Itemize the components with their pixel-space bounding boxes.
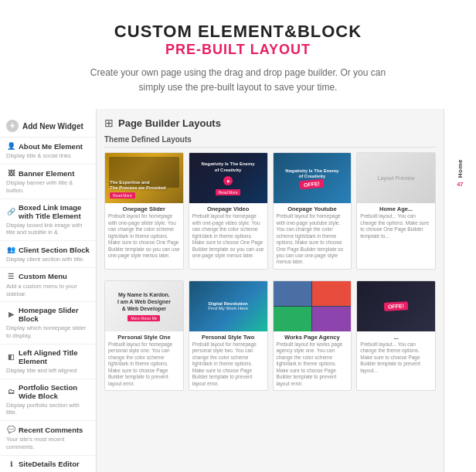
agency-thumb: Layout Preview: [357, 153, 435, 203]
personal-one-thumb: My Name Is Kardon. I am A Web Designer &…: [105, 281, 183, 331]
row2-fourth-label: ...: [357, 331, 435, 341]
personal-two-label: Personal Style Two: [189, 331, 267, 341]
personal-one-text1: My Name Is Kardon.: [118, 291, 170, 298]
slider-thumb: The Expertise and The Process we Provide…: [105, 153, 183, 203]
page-description: Create your own page using the drag and …: [83, 66, 393, 95]
works-thumb: OFFE!: [357, 281, 435, 331]
portfolio-cell-3: [274, 307, 312, 331]
sidebar-item-boxed-link[interactable]: 🔗 Boxed Link Image with Title Element Di…: [0, 199, 96, 242]
portfolio-cell-1: [274, 281, 312, 306]
layout-card-personal-two[interactable]: Digital Revolution Find My Work Here Per…: [189, 280, 268, 391]
page-builder-title: Page Builder Layouts: [118, 117, 221, 129]
layout-card-personal-one[interactable]: My Name Is Kardon. I am A Web Designer &…: [104, 280, 184, 391]
home-badge-text: Home: [457, 159, 464, 178]
personal-one-text3: & Web Developer: [122, 305, 166, 312]
content-area: ⊞ Page Builder Layouts Theme Defined Lay…: [97, 109, 444, 472]
page-subtitle: PRE-BUILT LAYOUT: [31, 42, 445, 58]
youtube-label: Onepage Youtube: [274, 203, 352, 213]
homepage-slider-label: Homepage Slider Block: [19, 306, 90, 323]
layout-grid-row1: The Expertise and The Process we Provide…: [104, 152, 436, 270]
portfolio-cell-4: [312, 307, 351, 331]
personal-two-thumb: Digital Revolution Find My Work Here: [189, 281, 267, 331]
custom-menu-icon: ☰: [6, 272, 15, 281]
play-icon: [223, 176, 233, 185]
homepage-slider-desc: Display which homepage slider to display…: [6, 324, 90, 340]
sidebar-item-homepage-slider[interactable]: ▶ Homepage Slider Block Display which ho…: [0, 302, 96, 345]
slider-thumb-btn: Read More: [110, 192, 135, 199]
left-aligned-desc: Display title and left aligned: [6, 367, 90, 375]
boxed-link-icon: 🔗: [6, 207, 15, 216]
boxed-link-desc: Display boxed link image with title and …: [6, 222, 90, 237]
left-aligned-icon: ◧: [6, 352, 15, 362]
layout-card-works-agency[interactable]: Works Page Agency Prebuilt layout for wo…: [273, 280, 352, 391]
video-desc: Prebuilt layout for homepage with one-pa…: [189, 213, 267, 262]
layout-card-row2-fourth[interactable]: OFFE! ... Prebuilt layout... You can cha…: [356, 280, 436, 391]
personal-one-text2: I am A Web Designer: [117, 298, 171, 305]
video-thumb-btn: Read More: [216, 189, 241, 195]
youtube-thumb: Negativity Is The Enemy of Creativity OF…: [274, 153, 352, 203]
layout-card-home-agency[interactable]: Layout Preview Home Age... Prebuilt layo…: [356, 152, 436, 270]
personal-one-label: Personal Style One: [105, 331, 183, 341]
slider-label: Onepage Slider: [105, 203, 183, 213]
add-new-widget-button[interactable]: + Add New Widget: [0, 115, 96, 138]
recent-comments-desc: Your site's most recent comments.: [6, 436, 90, 451]
personal-two-desc: Prebuilt layout for homepage personal st…: [189, 341, 267, 390]
sidebar-item-about-me[interactable]: 👤 About Me Element Display title & socia…: [0, 138, 96, 165]
portfolio-grid: [274, 281, 352, 331]
row2-fourth-desc: Prebuilt layout... You can change the th…: [357, 341, 435, 377]
main-layout: + Add New Widget 👤 About Me Element Disp…: [0, 109, 476, 472]
home-badge-count: 47: [457, 182, 464, 187]
layout-card-onepage-video[interactable]: Negativity Is The Enemy of Creativity Re…: [189, 152, 268, 270]
site-details-icon: ℹ: [6, 460, 15, 469]
custom-menu-desc: Add a custom menu to your sidebar.: [6, 283, 90, 298]
section-label: Theme Defined Layouts: [104, 135, 436, 148]
homepage-slider-icon: ▶: [6, 310, 15, 319]
sidebar-item-client[interactable]: 👥 Client Section Block Display client se…: [0, 241, 96, 268]
personal-one-btn: More About Me: [128, 315, 160, 321]
layout-card-onepage-youtube[interactable]: Negativity Is The Enemy of Creativity OF…: [273, 152, 352, 270]
banner-desc: Display banner with title & button.: [6, 179, 90, 195]
sidebar-item-left-aligned[interactable]: ◧ Left Aligned Title Element Display tit…: [0, 345, 96, 379]
works-agency-label: Works Page Agency: [274, 331, 352, 341]
portfolio-label: Portfolio Section Wide Block: [19, 383, 90, 400]
sidebar-item-banner[interactable]: 🖼 Banner Element Display banner with tit…: [0, 165, 96, 199]
plus-icon: +: [6, 120, 19, 132]
site-details-label: SiteDetails Editor: [19, 460, 80, 468]
banner-label: Banner Element: [19, 169, 74, 178]
slider-desc: Prebuilt layout for homepage with one-pa…: [105, 213, 183, 262]
slider-thumb-text2: The Process we Provided: [110, 185, 166, 191]
sidebar-item-custom-menu[interactable]: ☰ Custom Menu Add a custom menu to your …: [0, 268, 96, 303]
custom-menu-label: Custom Menu: [19, 272, 67, 280]
youtube-thumb-text1: Negativity Is The Enemy: [285, 168, 338, 175]
left-aligned-label: Left Aligned Title Element: [19, 348, 90, 365]
page-title: CUSTOM ELEMENT&BLOCK: [31, 22, 445, 42]
add-widget-label: Add New Widget: [22, 122, 83, 131]
layout-card-onepage-slider[interactable]: The Expertise and The Process we Provide…: [104, 152, 184, 270]
sidebar-item-portfolio[interactable]: 🗂 Portfolio Section Wide Block Display p…: [0, 379, 96, 422]
client-desc: Display client section with title.: [6, 256, 90, 263]
agency-label: Home Age...: [357, 203, 435, 213]
recent-comments-label: Recent Comments: [19, 426, 83, 434]
personal-one-desc: Prebuilt layout for homepage personal st…: [105, 341, 183, 390]
about-me-icon: 👤: [6, 141, 15, 151]
sidebar-item-site-details[interactable]: ℹ SiteDetails Editor Install the Widgets…: [0, 456, 96, 472]
layout-grid-row2: My Name Is Kardon. I am A Web Designer &…: [104, 280, 436, 391]
portfolio-icon: 🗂: [6, 387, 15, 396]
banner-icon: 🖼: [6, 168, 15, 178]
recent-comments-icon: 💬: [6, 425, 15, 434]
video-thumb-text2: of Creativity: [215, 168, 242, 174]
offer-badge2: OFFE!: [384, 301, 409, 311]
youtube-desc: Prebuilt layout for homepage with one-pa…: [274, 213, 352, 269]
about-me-label: About Me Element: [19, 142, 83, 151]
personal-two-text2: Find My Work Here: [208, 306, 248, 311]
video-thumb: Negativity Is The Enemy of Creativity Re…: [189, 153, 267, 203]
sidebar-item-recent-comments[interactable]: 💬 Recent Comments Your site's most recen…: [0, 421, 96, 456]
content-header: ⊞ Page Builder Layouts: [104, 117, 436, 129]
about-me-desc: Display title & social links: [6, 152, 90, 160]
header-section: CUSTOM ELEMENT&BLOCK PRE-BUILT LAYOUT Cr…: [0, 0, 476, 109]
video-thumb-text1: Negativity Is The Enemy: [202, 161, 255, 168]
video-label: Onepage Video: [189, 203, 267, 213]
portfolio-cell-2: [312, 281, 351, 306]
boxed-link-label: Boxed Link Image with Title Element: [19, 203, 90, 220]
agency-desc: Prebuilt layout... You can change the op…: [357, 213, 435, 243]
